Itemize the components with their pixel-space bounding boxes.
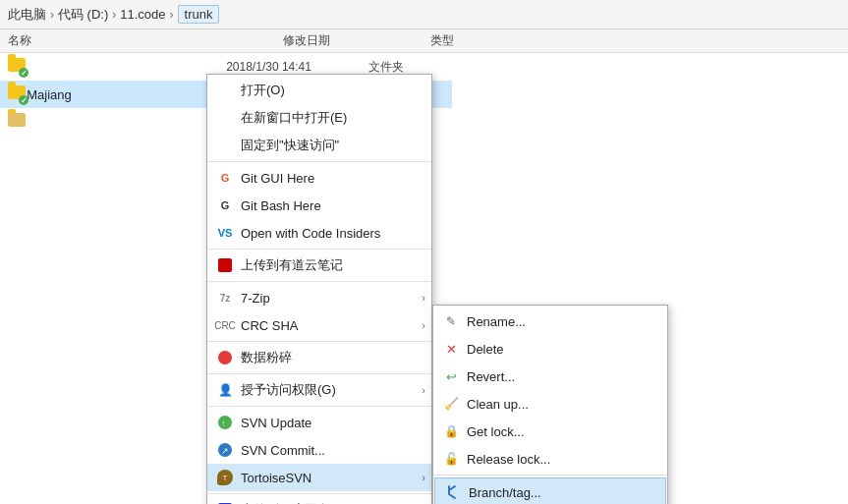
context-menu[interactable]: 打开(O) 在新窗口中打开(E) 固定到"快速访问" G Git GUI Her… xyxy=(206,74,432,504)
breadcrumb-trunk[interactable]: trunk xyxy=(178,5,220,24)
shatter-icon xyxy=(215,348,235,367)
menu-svn-update[interactable]: ↑ SVN Update xyxy=(207,409,431,436)
submenu-delete[interactable]: ✕ Delete xyxy=(433,335,667,363)
col-name[interactable]: 名称 xyxy=(8,32,263,49)
arrow-icon: › xyxy=(422,319,425,331)
separator xyxy=(207,373,431,374)
7zip-icon: 7z xyxy=(215,288,235,308)
file-date: 2018/1/30 14:41 xyxy=(226,60,368,74)
sep3: › xyxy=(170,8,174,22)
breadcrumb-computer[interactable]: 此电脑 xyxy=(8,6,46,24)
sep2: › xyxy=(112,8,116,22)
svg-text:↗: ↗ xyxy=(221,446,229,456)
svn-overlay-icon: ✓ xyxy=(19,95,28,105)
folder-icon-wrapper: ✓ xyxy=(8,85,27,103)
menu-7zip[interactable]: 7z 7-Zip › xyxy=(207,284,431,311)
submenu-cleanup[interactable]: 🧹 Clean up... xyxy=(433,390,667,418)
sep1: › xyxy=(50,8,54,22)
tortoise-img: T xyxy=(217,470,233,485)
menu-git-bash[interactable]: G Git Bash Here xyxy=(207,192,431,219)
menu-youdao[interactable]: 上传到有道云笔记 xyxy=(207,252,431,279)
separator xyxy=(207,406,431,407)
arrow-icon: › xyxy=(422,384,425,396)
separator xyxy=(433,475,667,476)
submenu-releaselock[interactable]: 🔓 Release lock... xyxy=(433,445,667,473)
tortoise-submenu[interactable]: ✎ Rename... ✕ Delete ↩ Revert... 🧹 Clean… xyxy=(432,305,668,504)
column-headers: 名称 修改日期 类型 xyxy=(0,29,848,53)
menu-vscode[interactable]: VS Open with Code Insiders xyxy=(207,219,431,247)
submenu-branch[interactable]: Branch/tag... xyxy=(434,477,666,504)
crc-icon: CRC xyxy=(215,315,235,335)
menu-open-new[interactable]: 在新窗口中打开(E) xyxy=(207,104,431,132)
menu-baidu[interactable]: 上传到百度网盘 xyxy=(207,496,431,504)
submenu-getlock[interactable]: 🔒 Get lock... xyxy=(433,418,667,445)
menu-crc[interactable]: CRC CRC SHA › xyxy=(207,311,431,339)
arrow-icon: › xyxy=(422,472,425,483)
menu-access[interactable]: 👤 授予访问权限(G) › xyxy=(207,376,431,404)
menu-pin[interactable]: 固定到"快速访问" xyxy=(207,132,431,159)
svn-commit-icon: ↗ xyxy=(215,440,235,460)
rename-icon: ✎ xyxy=(441,311,461,331)
unlock-icon: 🔓 xyxy=(441,449,461,469)
vscode-icon: VS xyxy=(215,223,235,243)
menu-shatter[interactable]: 数据粉碎 xyxy=(207,344,431,371)
youdao-icon xyxy=(215,255,235,275)
separator xyxy=(207,493,431,494)
breadcrumb-11code[interactable]: 11.code xyxy=(120,7,165,22)
menu-svn-commit[interactable]: ↗ SVN Commit... xyxy=(207,436,431,464)
menu-git-gui[interactable]: G Git GUI Here xyxy=(207,164,431,192)
menu-open[interactable]: 打开(O) xyxy=(207,77,431,104)
access-icon: 👤 xyxy=(215,380,235,400)
svn-overlay-icon: ✓ xyxy=(19,68,28,78)
col-date[interactable]: 修改日期 xyxy=(283,32,430,49)
baidu-icon xyxy=(215,500,235,504)
separator xyxy=(207,341,431,342)
folder-icon-wrapper: ✓ xyxy=(8,58,27,76)
menu-tortoisesvn[interactable]: T TortoiseSVN › xyxy=(207,464,431,491)
revert-icon: ↩ xyxy=(441,366,461,386)
open-icon xyxy=(215,81,235,100)
lock-icon: 🔒 xyxy=(441,421,461,441)
git-gui-icon: G xyxy=(215,168,235,188)
delete-icon: ✕ xyxy=(441,339,461,359)
branch-icon xyxy=(443,482,463,502)
separator xyxy=(207,281,431,282)
svg-text:↑: ↑ xyxy=(221,419,226,428)
file-type: 文件夹 xyxy=(368,59,444,76)
separator xyxy=(207,161,431,162)
folder-icon-wrapper xyxy=(8,113,27,131)
breadcrumb: 此电脑 › 代码 (D:) › 11.code › trunk xyxy=(0,0,848,29)
file-name: Majiang xyxy=(27,87,216,102)
git-bash-icon: G xyxy=(215,196,235,215)
svn-update-icon: ↑ xyxy=(215,413,235,432)
submenu-revert[interactable]: ↩ Revert... xyxy=(433,363,667,390)
breadcrumb-drive[interactable]: 代码 (D:) xyxy=(58,6,108,24)
open-new-icon xyxy=(215,108,235,128)
tortoisesvn-icon: T xyxy=(215,468,235,487)
separator xyxy=(207,249,431,250)
submenu-rename[interactable]: ✎ Rename... xyxy=(433,308,667,335)
cleanup-icon: 🧹 xyxy=(441,394,461,414)
col-type[interactable]: 类型 xyxy=(430,32,509,49)
arrow-icon: › xyxy=(422,292,425,304)
folder-icon xyxy=(8,113,26,127)
pin-icon xyxy=(215,136,235,155)
